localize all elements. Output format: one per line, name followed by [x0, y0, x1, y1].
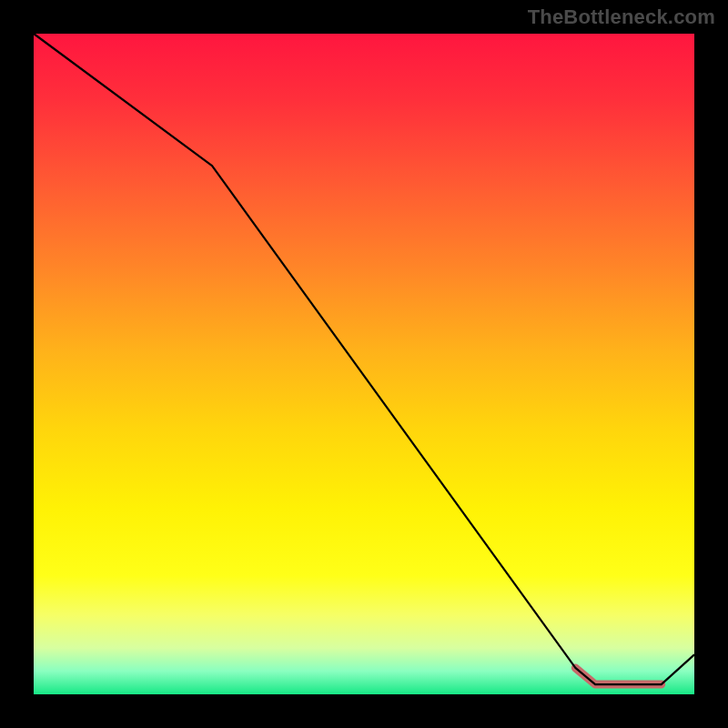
- watermark-text: TheBottleneck.com: [528, 5, 715, 29]
- chart-frame: { "watermark": "TheBottleneck.com", "plo…: [0, 0, 728, 728]
- plot-background: [34, 34, 694, 694]
- bottleneck-chart: [0, 0, 728, 728]
